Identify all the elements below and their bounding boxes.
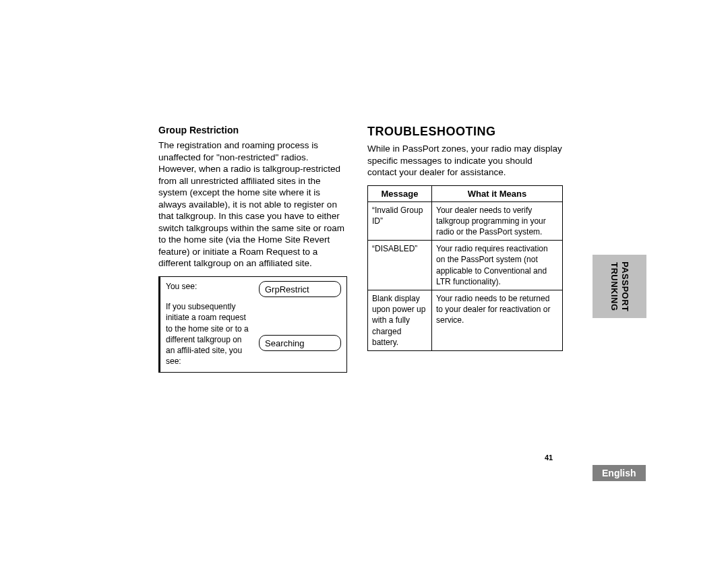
display-chip-searching: Searching: [259, 335, 341, 351]
page-number: 41: [545, 454, 553, 462]
language-tab: English: [593, 465, 646, 481]
table-cell-meaning: Your radio requires reactivation on the …: [432, 241, 563, 290]
callout-box: You see: If you subsequently initiate a …: [158, 276, 347, 373]
group-restriction-body: The registration and roaming process is …: [158, 139, 347, 270]
callout-line2: If you subsequently initiate a roam requ…: [166, 301, 252, 367]
table-cell-message: “DISABLED”: [368, 241, 432, 290]
table-row: “DISABLED” Your radio requires reactivat…: [368, 241, 563, 290]
section-tab: PASSPORTTRUNKING: [593, 255, 646, 318]
table-cell-meaning: Your radio needs to be returned to your …: [432, 290, 563, 350]
troubleshooting-body: While in PassPort zones, your radio may …: [367, 143, 563, 179]
callout-line1: You see:: [166, 281, 252, 292]
table-cell-message: “Invalid Group ID”: [368, 201, 432, 241]
group-restriction-heading: Group Restriction: [158, 125, 347, 135]
table-header-meaning: What it Means: [432, 185, 563, 201]
table-row: Blank display upon power up with a fully…: [368, 290, 563, 350]
troubleshooting-table: Message What it Means “Invalid Group ID”…: [367, 185, 563, 351]
table-row: “Invalid Group ID” Your dealer needs to …: [368, 201, 563, 241]
section-tab-label: PASSPORTTRUNKING: [609, 261, 630, 312]
troubleshooting-heading: TROUBLESHOOTING: [367, 125, 563, 139]
table-cell-message: Blank display upon power up with a fully…: [368, 290, 432, 350]
table-header-message: Message: [368, 185, 432, 201]
table-cell-meaning: Your dealer needs to verify talkgroup pr…: [432, 201, 563, 241]
display-chip-grprestrict: GrpRestrict: [259, 281, 341, 297]
